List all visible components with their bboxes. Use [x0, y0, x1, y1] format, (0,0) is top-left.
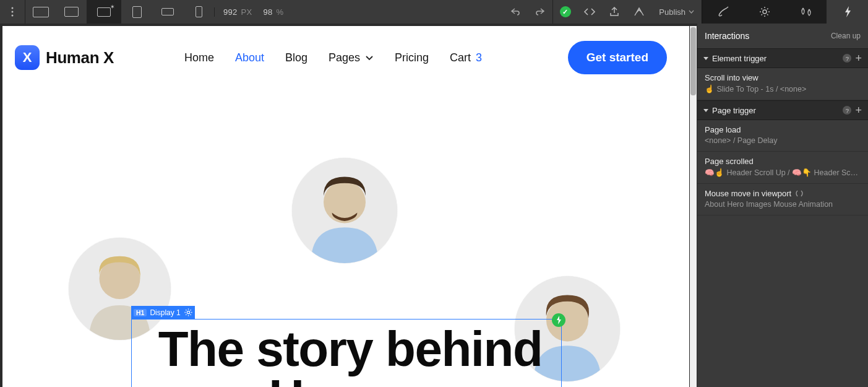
- canvas-width-value: 992: [223, 7, 238, 17]
- nav-blog[interactable]: Blog: [285, 51, 307, 64]
- status-ok-button[interactable]: [552, 0, 577, 24]
- hero-avatar-center[interactable]: [292, 158, 397, 263]
- selection-settings-button[interactable]: [182, 306, 195, 319]
- trigger-mouse-move[interactable]: Mouse move in viewport About Hero Images…: [697, 184, 868, 215]
- breakpoint-mobile-button[interactable]: [183, 0, 214, 24]
- svg-point-1: [12, 11, 14, 13]
- trigger-title: Scroll into view: [705, 73, 861, 82]
- selection-class-name: Display 1: [150, 308, 180, 317]
- trigger-detail: <none> / Page Delay: [705, 136, 861, 145]
- publish-button[interactable]: Publish: [651, 7, 702, 17]
- add-page-trigger-button[interactable]: +: [855, 104, 862, 117]
- tablet-icon: [132, 6, 142, 18]
- panel-title: Interactions: [705, 31, 749, 41]
- nav-pages[interactable]: Pages: [329, 51, 374, 64]
- svg-point-7: [324, 181, 366, 223]
- share-button[interactable]: [602, 0, 627, 24]
- trigger-page-scrolled[interactable]: Page scrolled 🧠☝️ Header Scroll Up / 🧠👇 …: [697, 152, 868, 184]
- interactions-panel-tab[interactable]: [827, 0, 868, 24]
- get-started-button[interactable]: Get started: [568, 41, 667, 74]
- canvas-width-unit: PX: [241, 7, 252, 17]
- audit-button[interactable]: [627, 0, 651, 24]
- nav-pricing[interactable]: Pricing: [395, 51, 429, 64]
- menu-button[interactable]: [0, 0, 25, 24]
- trigger-scroll-into-view[interactable]: Scroll into view ☝️ Slide To Top - 1s / …: [697, 68, 868, 100]
- trigger-detail: 🧠☝️ Header Scroll Up / 🧠👇 Header Scro…: [705, 168, 861, 177]
- canvas-area: X Human X Home About Blog Pages Pricing …: [0, 24, 697, 387]
- breakpoint-xl-button[interactable]: [25, 0, 56, 24]
- star-icon: ✶: [110, 4, 115, 10]
- style-panel-tab[interactable]: [702, 0, 744, 24]
- nav-about[interactable]: About: [235, 51, 264, 64]
- trigger-detail: About Hero Images Mouse Animation: [705, 200, 861, 209]
- nav-pages-label: Pages: [329, 51, 360, 64]
- page-trigger-section[interactable]: Page trigger ? +: [697, 100, 868, 120]
- add-element-trigger-button[interactable]: +: [855, 52, 862, 65]
- breakpoint-tablet-button[interactable]: [121, 0, 152, 24]
- site-navbar: X Human X Home About Blog Pages Pricing …: [2, 26, 689, 74]
- selection-element-type: H1: [134, 309, 147, 316]
- breakpoint-base-button[interactable]: ✶: [87, 0, 121, 24]
- selection-tag[interactable]: H1 Display 1: [131, 306, 183, 319]
- monitor-icon: [33, 7, 49, 17]
- mobile-icon: [196, 6, 202, 17]
- breakpoint-mobile-landscape-button[interactable]: [152, 0, 183, 24]
- nav-home[interactable]: Home: [184, 51, 214, 64]
- lightning-icon: [843, 6, 852, 18]
- trigger-title: Mouse move in viewport: [705, 189, 861, 198]
- element-trigger-label: Element trigger: [712, 54, 839, 63]
- top-toolbar: ✶ 992 PX 98 %: [0, 0, 868, 24]
- code-export-button[interactable]: [577, 0, 602, 24]
- help-icon[interactable]: ?: [843, 54, 851, 63]
- chevron-down-icon: [365, 55, 374, 61]
- trigger-title: Page load: [705, 125, 861, 134]
- code-icon: [583, 7, 596, 16]
- hero-heading[interactable]: The story behind Human: [140, 325, 561, 387]
- help-icon[interactable]: ?: [843, 106, 851, 115]
- gear-icon: [759, 6, 770, 17]
- nav-list: Home About Blog Pages Pricing Cart 3: [184, 51, 482, 64]
- clean-up-button[interactable]: Clean up: [831, 32, 861, 40]
- chevron-down-icon: [689, 10, 694, 14]
- trigger-detail: ☝️ Slide To Top - 1s / <none>: [705, 84, 861, 93]
- caret-down-icon: [703, 57, 708, 60]
- breakpoint-lg-button[interactable]: [56, 0, 87, 24]
- undo-icon: [510, 7, 520, 16]
- person-icon: [292, 158, 397, 263]
- site-logo[interactable]: X Human X: [15, 45, 114, 70]
- monitor-icon: [97, 7, 111, 17]
- mobile-landscape-icon: [161, 8, 174, 15]
- brush-icon: [717, 6, 729, 17]
- canvas-zoom-value: 98: [264, 7, 273, 17]
- undo-button[interactable]: [503, 0, 528, 24]
- logo-mark: X: [15, 45, 40, 70]
- interaction-badge[interactable]: [552, 313, 565, 327]
- mouse-interaction-icon: [795, 190, 804, 198]
- cart-count: 3: [476, 51, 482, 64]
- redo-icon: [535, 7, 545, 16]
- redo-button[interactable]: [528, 0, 552, 24]
- caret-down-icon: [703, 109, 708, 112]
- canvas-zoom-unit: %: [277, 7, 284, 17]
- preview-canvas[interactable]: X Human X Home About Blog Pages Pricing …: [2, 26, 689, 387]
- interactions-panel: Interactions Clean up Element trigger ? …: [697, 24, 868, 387]
- scrollbar-thumb[interactable]: [690, 27, 696, 95]
- page-trigger-label: Page trigger: [712, 106, 839, 115]
- svg-point-2: [12, 15, 14, 17]
- publish-label: Publish: [659, 7, 685, 17]
- element-trigger-section[interactable]: Element trigger ? +: [697, 48, 868, 68]
- trigger-page-load[interactable]: Page load <none> / Page Delay: [697, 120, 868, 152]
- gear-icon: [184, 308, 192, 316]
- nav-cart-label: Cart: [450, 51, 471, 64]
- monitor-icon: [64, 7, 79, 17]
- settings-panel-tab[interactable]: [744, 0, 785, 24]
- audit-icon: [634, 7, 645, 17]
- style-manager-tab[interactable]: [785, 0, 827, 24]
- kebab-icon: [11, 7, 14, 17]
- svg-point-10: [187, 311, 189, 313]
- share-icon: [609, 7, 620, 17]
- nav-cart[interactable]: Cart 3: [450, 51, 482, 64]
- logo-text: Human X: [46, 48, 114, 67]
- canvas-width-display[interactable]: 992 PX 98 %: [214, 7, 292, 17]
- canvas-scrollbar[interactable]: [690, 26, 697, 387]
